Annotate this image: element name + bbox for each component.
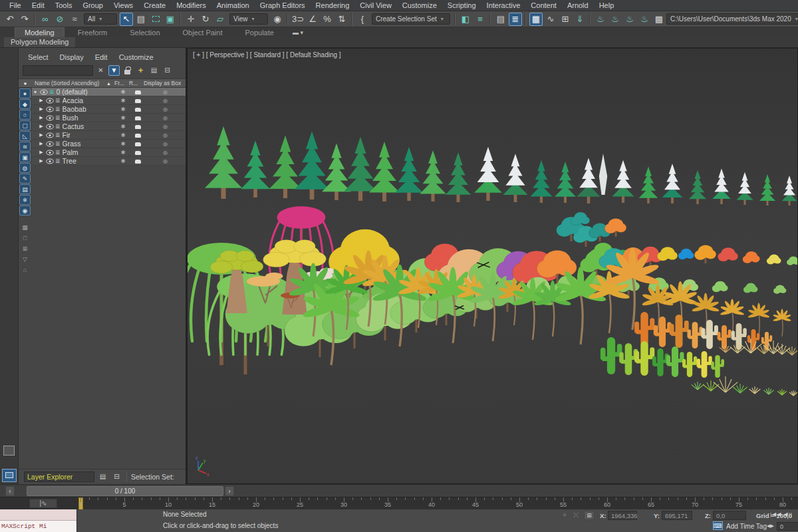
display-filter-icon-11[interactable]: ◉ (19, 205, 31, 215)
menu-customize[interactable]: Customize (397, 1, 442, 9)
snowfir-model[interactable] (503, 154, 527, 202)
select-by-name-button[interactable]: ▤ (134, 13, 148, 26)
blob-model[interactable] (767, 255, 781, 265)
cactus-model[interactable] (682, 352, 697, 377)
mini-curve-editor-button[interactable]: |∿ (29, 499, 57, 508)
add-time-tag-button[interactable]: Add Time Tag (726, 523, 767, 530)
blob-model[interactable] (694, 245, 716, 263)
mirror-button[interactable]: ◧ (459, 13, 472, 26)
blob-model[interactable] (787, 256, 797, 265)
perspective-viewport[interactable]: [ + ] [ Perspective ] [ Standard ] [ Def… (187, 48, 798, 484)
layer-row-fir[interactable]: ▶≣Fir✻◎ (32, 131, 186, 140)
display-filter-off-icon-2[interactable]: ⊞ (19, 243, 31, 253)
renderable-toggle-icon[interactable] (130, 131, 145, 139)
display-as-box-toggle-icon[interactable]: ◎ (145, 158, 186, 164)
snowfir-model[interactable] (736, 172, 753, 205)
display-as-box-toggle-icon[interactable]: ◎ (145, 115, 186, 121)
menu-rendering[interactable]: Rendering (311, 1, 355, 9)
blob-model[interactable] (743, 251, 760, 263)
display-filter-icon-0[interactable]: ● (19, 88, 31, 98)
display-filter-icon-5[interactable]: ≋ (19, 142, 31, 152)
keyboard-shortcut-override-button[interactable]: ⌨ (713, 521, 723, 530)
undo-button[interactable]: ↶ (3, 13, 17, 26)
snowfir-model[interactable] (781, 176, 797, 205)
visibility-eye-icon[interactable] (46, 150, 54, 156)
renderable-toggle-icon[interactable] (130, 140, 145, 148)
menu-file[interactable]: File (4, 1, 27, 9)
display-filter-icon-6[interactable]: ▣ (19, 152, 31, 162)
grass-model[interactable] (703, 380, 719, 391)
grass-model[interactable] (785, 346, 797, 355)
visibility-eye-icon[interactable] (46, 98, 54, 104)
cactus-model[interactable] (732, 323, 747, 350)
fir-model[interactable] (322, 143, 351, 200)
visibility-eye-icon[interactable] (46, 132, 54, 138)
render-presets-button[interactable]: ▩ (652, 13, 666, 26)
display-filter-icon-10[interactable]: ❄ (19, 195, 31, 205)
display-as-box-column-header[interactable]: Display as Box (144, 80, 186, 86)
visibility-eye-icon[interactable] (46, 106, 54, 112)
display-filter-off-icon-0[interactable]: ▦ (19, 222, 31, 232)
frame-spinner-arrows[interactable]: ◀▶ (767, 523, 774, 529)
menu-civil-view[interactable]: Civil View (354, 1, 396, 9)
explorer-column-headers[interactable]: ● Name (Sorted Ascending) ▲ Fr... R... D… (19, 78, 186, 88)
display-filter-off-icon-1[interactable]: □ (19, 233, 31, 243)
display-filter-icon-3[interactable]: ▢ (19, 120, 31, 130)
fir-model[interactable] (241, 140, 270, 198)
renderable-toggle-icon[interactable] (130, 157, 145, 165)
freeze-toggle-icon[interactable]: ✻ (116, 124, 130, 130)
select-and-move-button[interactable]: ✛ (184, 13, 198, 26)
layer-name[interactable]: Cactus (63, 122, 116, 130)
cactus-model[interactable] (711, 355, 724, 378)
tab-object-paint[interactable]: Object Paint (174, 28, 232, 37)
fir-model[interactable] (420, 150, 446, 201)
freeze-toggle-icon[interactable]: ✻ (116, 158, 130, 164)
menu-graph-editors[interactable]: Graph Editors (255, 1, 311, 9)
toggle-scene-explorer-button[interactable]: ▤ (494, 13, 507, 26)
blob-model[interactable] (678, 249, 694, 260)
time-slider-handle[interactable]: 0 / 100 (27, 486, 223, 496)
grass-model[interactable] (774, 344, 790, 354)
fir-model[interactable] (295, 131, 330, 200)
grass-model[interactable] (789, 390, 797, 396)
menu-edit[interactable]: Edit (27, 1, 50, 9)
palm-model[interactable] (747, 303, 769, 336)
cactus-model[interactable] (670, 315, 689, 348)
blob-model[interactable] (773, 285, 787, 294)
select-object-button[interactable]: ↖ (120, 13, 133, 26)
freeze-toggle-icon[interactable]: ✻ (116, 98, 130, 104)
x-coordinate-field[interactable]: 1964,336 (608, 511, 637, 520)
grass-model[interactable] (714, 376, 737, 392)
explorer-menu-customize[interactable]: Customize (119, 53, 154, 61)
viewport-label[interactable]: [ + ] [ Perspective ] [ Standard ] [ Def… (193, 51, 341, 59)
fir-model[interactable] (446, 152, 471, 202)
menu-views[interactable]: Views (108, 1, 138, 9)
layer-name[interactable]: Acacia (63, 96, 116, 104)
menu-interactive[interactable]: Interactive (481, 1, 526, 9)
snaps-toggle-button[interactable]: 3⊃ (291, 13, 305, 26)
cactus-model[interactable] (666, 346, 684, 377)
grass-model[interactable] (749, 386, 761, 394)
snowfir-model[interactable] (612, 160, 634, 203)
blob-model[interactable] (712, 281, 728, 293)
snowfir-model[interactable] (474, 147, 502, 201)
freeze-toggle-icon[interactable]: ✻ (116, 106, 130, 112)
blob-model[interactable] (657, 247, 678, 261)
scene-explorer-toggle-button[interactable] (2, 469, 17, 482)
palm-model[interactable] (773, 309, 791, 336)
collapse-arrow-icon[interactable]: ▼ (32, 90, 39, 94)
render-setup-button[interactable]: ♨ (594, 13, 607, 26)
toggle-layer-explorer-button[interactable]: ≣ (509, 13, 522, 26)
display-as-box-toggle-icon[interactable]: ◎ (145, 98, 186, 104)
viewport-canvas[interactable]: xyz (188, 49, 797, 483)
display-filter-icon-9[interactable]: ▤ (19, 184, 31, 194)
render-column-header[interactable]: R... (129, 80, 144, 86)
fir-model[interactable] (205, 126, 242, 199)
display-filter-icon-1[interactable]: ◆ (19, 99, 31, 109)
align-button[interactable]: ≡ (473, 13, 487, 26)
explorer-menu-select[interactable]: Select (28, 53, 49, 61)
selection-lock-icon[interactable]: ⛌ (573, 511, 579, 519)
grass-model[interactable] (739, 338, 761, 353)
spinner-snap-button[interactable]: ⇅ (335, 13, 348, 26)
renderable-toggle-icon[interactable] (130, 96, 145, 104)
